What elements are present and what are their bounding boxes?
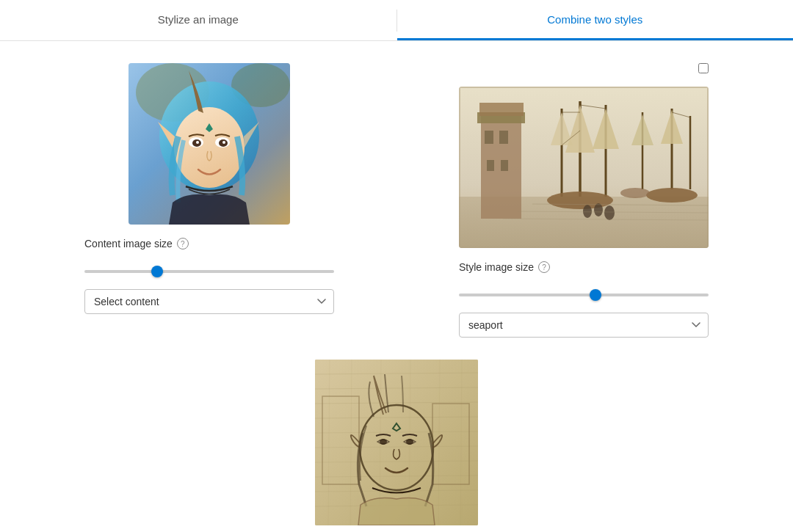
svg-point-41 [583, 205, 592, 218]
content-size-help-icon[interactable]: ? [177, 238, 189, 249]
style-size-slider[interactable] [459, 294, 709, 296]
svg-point-4 [174, 107, 245, 188]
content-size-label-row: Content image size ? [84, 238, 334, 249]
content-select[interactable]: Select content [84, 289, 334, 314]
svg-point-68 [380, 439, 387, 445]
svg-point-12 [222, 141, 225, 144]
content-size-slider[interactable] [84, 270, 334, 273]
result-image-container [315, 360, 478, 525]
style-image-container [459, 87, 709, 248]
bottom-section: Stylization strength ? [0, 360, 793, 532]
right-column: Style image size ? seaport [419, 63, 749, 338]
tab-stylize-label: Stylize an image [158, 13, 239, 26]
tab-combine[interactable]: Combine two styles [397, 0, 794, 40]
content-size-label: Content image size [84, 238, 173, 249]
style-size-label-row: Style image size ? [459, 261, 709, 273]
content-select-wrapper: Select content [84, 289, 334, 314]
style-size-help-icon[interactable]: ? [538, 261, 550, 273]
svg-rect-18 [479, 103, 524, 116]
content-image [128, 63, 290, 225]
main-content: Content image size ? Select content [0, 41, 793, 360]
left-column: Content image size ? Select content [44, 63, 374, 338]
svg-rect-22 [501, 160, 508, 171]
style-select-wrapper: seaport [459, 313, 709, 338]
content-image-container [128, 63, 290, 225]
svg-rect-21 [487, 160, 494, 171]
svg-point-42 [594, 203, 603, 216]
content-slider-container [84, 263, 334, 276]
svg-point-11 [196, 141, 199, 144]
style-size-label: Style image size [459, 261, 534, 273]
svg-point-34 [547, 192, 613, 209]
tab-stylize[interactable]: Stylize an image [0, 0, 396, 40]
style-image [459, 87, 709, 248]
svg-point-35 [646, 188, 698, 203]
style-slider-container [459, 286, 709, 299]
svg-rect-19 [485, 131, 493, 144]
style-select[interactable]: seaport [459, 313, 709, 338]
tab-combine-label: Combine two styles [547, 13, 642, 26]
svg-point-43 [604, 205, 615, 220]
svg-point-36 [620, 188, 650, 198]
svg-point-69 [406, 439, 413, 445]
svg-rect-20 [499, 131, 508, 144]
result-image [315, 360, 478, 525]
style-checkbox[interactable] [698, 63, 709, 73]
tab-bar: Stylize an image Combine two styles [0, 0, 793, 41]
